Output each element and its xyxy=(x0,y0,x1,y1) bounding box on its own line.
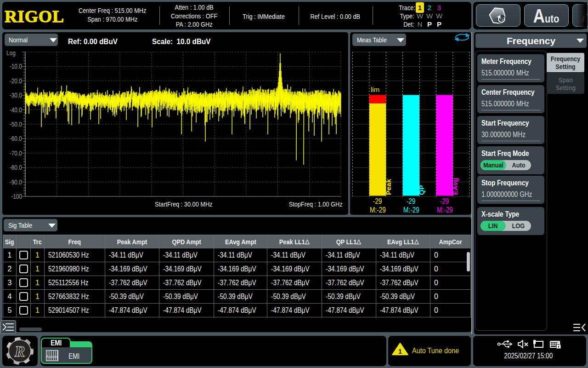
svg-text:Peak: Peak xyxy=(384,178,392,195)
svg-text:R: R xyxy=(14,343,25,360)
svg-text:EAvg: EAvg xyxy=(451,178,459,195)
svg-text:1: 1 xyxy=(398,347,402,355)
svg-text:lim: lim xyxy=(371,86,379,93)
svg-text:QP: QP xyxy=(418,185,425,195)
